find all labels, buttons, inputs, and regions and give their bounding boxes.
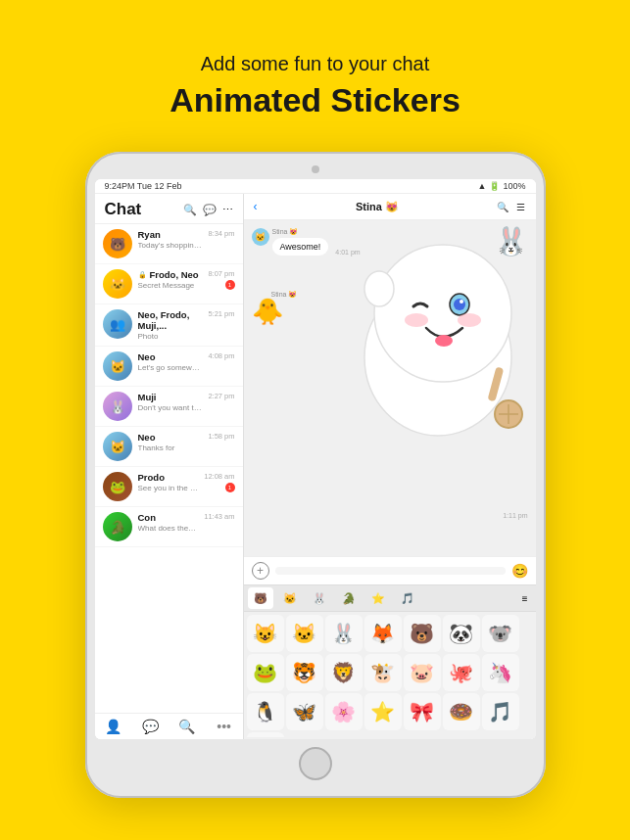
sticker-item[interactable]: 🐻 xyxy=(404,615,441,652)
svg-point-7 xyxy=(435,335,453,347)
app-body: Chat 🔍 💬 ⋯ 🐻 Ryan xyxy=(95,194,536,739)
sticker-item[interactable]: 🐼 xyxy=(443,615,480,652)
sticker-tab[interactable]: 🐰 xyxy=(307,587,332,609)
wifi-icon: ▲ xyxy=(478,181,487,191)
svg-point-8 xyxy=(364,271,394,306)
chat-item-name: Ryan xyxy=(138,229,203,240)
more-button[interactable]: ••• xyxy=(206,719,243,734)
svg-point-6 xyxy=(458,313,481,327)
list-item[interactable]: 🐱 🔒 Frodo, Neo Secret Message 8:07 pm 1 xyxy=(95,264,243,304)
chat-list-panel: Chat 🔍 💬 ⋯ 🐻 Ryan xyxy=(95,194,244,739)
message-input[interactable] xyxy=(275,567,506,575)
chat-item-preview: Thanks for xyxy=(138,443,203,452)
sticker-item[interactable]: ⭐ xyxy=(364,693,402,730)
chat-item-name: 🔒 Frodo, Neo xyxy=(138,269,203,280)
message-bubble: Awesome! xyxy=(272,238,329,256)
list-item[interactable]: 🐱 Neo Thanks for 1:58 pm xyxy=(95,427,243,467)
menu-icon[interactable]: ☰ xyxy=(516,202,525,212)
chat-button[interactable]: 💬 xyxy=(131,719,169,734)
sticker-tab[interactable]: 🐊 xyxy=(336,587,362,609)
chat-item-preview: Don't you want to eat? xyxy=(138,403,203,412)
list-item[interactable]: 🐻 Ryan Today's shopping list 8:34 pm xyxy=(95,224,243,264)
chat-item-time: 12:08 am xyxy=(204,472,234,481)
chat-item-time: 8:07 pm xyxy=(208,269,234,278)
chat-item-content: Neo, Frodo, Muji,... Photo xyxy=(138,309,203,341)
sticker-item[interactable]: 🐱 xyxy=(286,615,323,652)
chat-item-name: Prodo xyxy=(138,472,199,483)
search-button[interactable]: 🔍 xyxy=(169,719,206,734)
sticker-store[interactable]: ≡ xyxy=(518,587,532,609)
svg-point-5 xyxy=(405,313,428,327)
friends-button[interactable]: 👤 xyxy=(95,719,132,734)
chat-item-preview: Photo xyxy=(138,332,203,341)
conversation-panel: ‹ Stina 😻 🔍 ☰ 🐱 Stina 😻 xyxy=(244,194,536,739)
sticker-keyboard: 🐻 🐱 🐰 🐊 ⭐ 🎵 ≡ 😺 🐱 🐰 xyxy=(244,584,536,739)
compose-icon[interactable]: 💬 xyxy=(203,204,217,216)
avatar: 🐊 xyxy=(103,512,132,541)
conv-body: 🐱 Stina 😻 Awesome! 4:01 pm 🐰 xyxy=(244,220,536,556)
chat-item-content: Prodo See you in the morning! xyxy=(138,472,199,492)
sticker-item[interactable]: 🦁 xyxy=(325,654,363,691)
sticker-tabs: 🐻 🐱 🐰 🐊 ⭐ 🎵 ≡ xyxy=(244,585,536,612)
chat-item-preview: Today's shopping list xyxy=(138,241,203,250)
avatar: 👥 xyxy=(103,309,132,339)
emoji-button[interactable]: 😊 xyxy=(511,563,528,579)
tablet-screen: 9:24PM Tue 12 Feb ▲ 🔋 100% Chat 🔍 💬 xyxy=(95,179,536,739)
chat-item-time: 5:21 pm xyxy=(208,309,234,318)
status-right: ▲ 🔋 100% xyxy=(478,181,526,191)
chat-item-preview: What does the profile declare?? xyxy=(138,524,199,533)
sticker-item[interactable]: 🐰 xyxy=(325,615,363,652)
svg-point-4 xyxy=(460,300,463,303)
list-item[interactable]: 🐊 Con What does the profile declare?? 11… xyxy=(95,507,243,547)
sticker-item[interactable]: 😺 xyxy=(247,615,284,652)
list-item[interactable]: 🐱 Neo Let's go somewhere!! 4:08 pm xyxy=(95,347,243,387)
sticker-item[interactable]: 🦋 xyxy=(286,693,323,730)
sticker-tab[interactable]: 🐱 xyxy=(277,587,303,609)
sticker-item[interactable]: 🐙 xyxy=(443,654,480,691)
sticker-item[interactable]: 🐯 xyxy=(286,654,323,691)
back-button[interactable]: ‹ xyxy=(254,200,258,213)
sticker-item[interactable]: 🐸 xyxy=(247,654,284,691)
svg-point-1 xyxy=(374,245,511,382)
search-icon[interactable]: 🔍 xyxy=(183,204,197,216)
sticker-item[interactable]: 🍩 xyxy=(443,693,480,730)
sticker-item[interactable]: 🐧 xyxy=(247,693,284,730)
title-text: Animated Stickers xyxy=(0,81,630,119)
chat-item-content: Con What does the profile declare?? xyxy=(138,512,199,533)
sticker-item[interactable]: 🎵 xyxy=(482,693,519,730)
chat-item-time: 4:08 pm xyxy=(208,351,234,360)
search-icon[interactable]: 🔍 xyxy=(497,202,509,212)
bottom-toolbar: 👤 💬 🔍 ••• xyxy=(95,713,243,739)
chat-list-icons: 🔍 💬 ⋯ xyxy=(183,204,233,216)
sticker-purple: 🐥 xyxy=(252,297,283,327)
sticker-item[interactable]: 🦄 xyxy=(482,654,519,691)
chat-item-preview: Secret Message xyxy=(138,281,203,290)
status-bar: 9:24PM Tue 12 Feb ▲ 🔋 100% xyxy=(95,179,536,194)
tablet-camera xyxy=(312,165,319,173)
tablet-body: 9:24PM Tue 12 Feb ▲ 🔋 100% Chat 🔍 💬 xyxy=(85,152,546,798)
chat-item-name: Neo, Frodo, Muji,... xyxy=(138,309,203,331)
sticker-item[interactable]: 🐨 xyxy=(482,615,519,652)
sticker-tab[interactable]: ⭐ xyxy=(365,587,391,609)
list-item[interactable]: 🐰 Muji Don't you want to eat? 2:27 pm xyxy=(95,387,243,427)
chat-item-content: 🔒 Frodo, Neo Secret Message xyxy=(138,269,203,290)
sticker-tab[interactable]: 🐻 xyxy=(248,587,273,609)
chat-item-content: Ryan Today's shopping list xyxy=(138,229,203,250)
sticker-item[interactable]: 🐮 xyxy=(364,654,402,691)
sticker-grid: 😺 🐱 🐰 🦊 🐻 🐼 🐨 🐸 🐯 🦁 🐮 🐷 xyxy=(244,612,536,737)
avatar: 🐸 xyxy=(103,472,132,501)
battery-percent: 100% xyxy=(503,181,525,191)
list-item[interactable]: 👥 Neo, Frodo, Muji,... Photo 5:21 pm xyxy=(95,304,243,347)
sticker-item[interactable]: 🦊 xyxy=(364,615,402,652)
more-icon[interactable]: ⋯ xyxy=(222,204,233,216)
sticker-item[interactable]: 🌸 xyxy=(325,693,363,730)
list-item[interactable]: 🐸 Prodo See you in the morning! 12:08 am… xyxy=(95,467,243,507)
sticker-tab[interactable]: 🎵 xyxy=(395,587,420,609)
chat-item-name: Con xyxy=(138,512,199,523)
home-button[interactable] xyxy=(299,747,332,780)
sticker-item[interactable]: 🐷 xyxy=(404,654,441,691)
chat-item-time: 1:58 pm xyxy=(208,432,234,441)
sticker-item[interactable]: 🌈 xyxy=(247,732,284,737)
add-button[interactable]: + xyxy=(252,562,269,580)
sticker-item[interactable]: 🎀 xyxy=(404,693,441,730)
